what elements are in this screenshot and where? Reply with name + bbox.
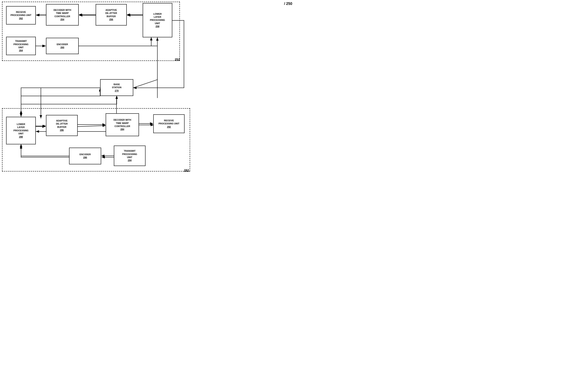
box-adaptive-286: ADAPTIVEDE-JITTERBUFFER 286 [46,115,78,136]
box-encoder-260-ref: 260 [60,46,64,49]
box-decoder-284-label: DECODER WITHTIME WARPCONTROLLER [113,118,131,128]
box-receive-pu-262-label: RECEIVEPROCESSING UNIT [10,11,31,17]
box-transmit-pu-264-label: TRANSMITPROCESSINGUNIT [13,40,28,49]
box-adaptive-256: ADAPTIVEDE-JITTERBUFFER 256 [96,4,127,25]
box-encoder-260-label: ENCODER [57,43,68,46]
box-decoder-254: DECODER WITHTIME WARPCONTROLLER 254 [46,4,79,25]
box-receive-pu-292-ref: 292 [167,125,171,128]
box-adaptive-286-ref: 286 [60,129,64,132]
box-lower-layer-288: LOWERLAYERPROCESSINGUNIT 288 [6,117,36,144]
box-decoder-284-ref: 284 [120,128,124,131]
label-250: / 250 [284,2,292,6]
box-base-station-label: BASESTATION [112,83,122,89]
box-receive-pu-262: RECEIVEPROCESSING UNIT 262 [6,6,36,24]
box-decoder-254-label: DECODER WITHTIME WARPCONTROLLER [54,8,71,18]
box-receive-pu-262-ref: 262 [19,17,23,20]
box-decoder-284: DECODER WITHTIME WARPCONTROLLER 284 [106,113,139,136]
diagram: 252 / 250 RECEIVEPROCESSING UNIT 262 DEC… [0,0,294,196]
box-transmit-pu-294-label: TRANSMITPROCESSINGUNIT [122,149,137,159]
box-decoder-254-ref: 254 [60,18,64,21]
box-transmit-pu-294: TRANSMITPROCESSINGUNIT 294 [114,146,146,166]
box-lower-layer-258-label: LOWERLAYERPROCESSINGUNIT [150,12,165,25]
box-receive-pu-292-label: RECEIVEPROCESSING UNIT [158,119,179,125]
label-252: 252 [175,58,180,61]
box-adaptive-256-label: ADAPTIVEDE-JITTERBUFFER [106,8,117,18]
box-base-station-270: BASESTATION 270 [100,79,133,96]
box-lower-layer-258-ref: 258 [155,25,159,28]
box-encoder-290-label: ENCODER [80,153,91,156]
box-adaptive-256-ref: 256 [109,18,113,21]
box-base-station-ref: 270 [115,89,119,92]
box-encoder-290-ref: 290 [83,156,87,159]
box-receive-pu-292: RECEIVEPROCESSING UNIT 292 [153,114,184,133]
box-encoder-260: ENCODER 260 [46,38,79,54]
box-transmit-pu-294-ref: 294 [128,159,132,162]
box-lower-layer-258: LOWERLAYERPROCESSINGUNIT 258 [143,3,172,37]
box-lower-layer-288-ref: 288 [19,135,23,138]
box-transmit-pu-264-ref: 264 [19,49,23,52]
box-lower-layer-288-label: LOWERLAYERPROCESSINGUNIT [13,123,28,135]
box-transmit-pu-264: TRANSMITPROCESSINGUNIT 264 [6,37,36,55]
label-282: 282 [184,169,189,172]
box-adaptive-286-label: ADAPTIVEDE-JITTERBUFFER [56,119,68,129]
box-encoder-290: ENCODER 290 [69,148,101,164]
